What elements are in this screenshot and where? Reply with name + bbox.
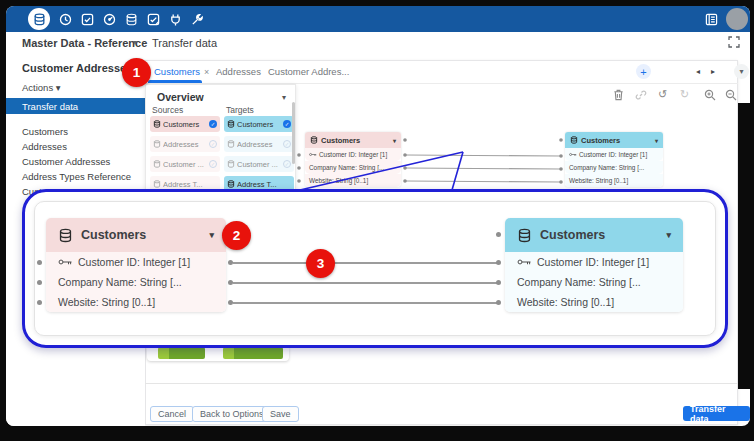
database-icon <box>227 140 235 148</box>
connector-dot[interactable] <box>37 300 42 305</box>
connector-dot[interactable] <box>496 300 501 305</box>
connector-dot[interactable] <box>496 280 501 285</box>
green-node-badge[interactable] <box>158 347 205 359</box>
undo-icon[interactable]: ↺ <box>656 88 669 101</box>
zoom-out-icon[interactable] <box>724 88 737 101</box>
overview-source-addresses[interactable]: Addresses✓ <box>150 136 220 152</box>
target-table-zoomed[interactable]: Customers ▾ Customer ID: Integer [1] Com… <box>505 218 683 312</box>
field-row-company-name[interactable]: Company Name: String [... <box>505 272 683 292</box>
overview-target-addresses[interactable]: Addresses✓ <box>224 136 294 152</box>
tab-menu-button[interactable]: ▾ <box>734 64 749 79</box>
chevron-down-icon[interactable]: ▾ <box>393 137 396 144</box>
key-icon <box>309 152 317 157</box>
database-icon <box>227 180 235 188</box>
breadcrumb-page: Transfer data <box>152 37 217 49</box>
overview-source-customer-addresses[interactable]: Customer ...✓ <box>150 156 220 172</box>
wrench-icon[interactable] <box>190 13 204 27</box>
sidebar-item-customer-addresses[interactable]: Customer Addresses <box>22 156 110 167</box>
save-button[interactable]: Save <box>262 406 299 422</box>
user-avatar[interactable] <box>726 8 748 30</box>
mapping-line[interactable] <box>233 262 497 264</box>
field-row[interactable]: Customer ID: Integer [1] <box>565 148 663 161</box>
sidebar-item-transfer-data[interactable]: Transfer data <box>6 98 145 114</box>
key-icon <box>517 258 532 266</box>
panel-list-icon[interactable] <box>704 13 718 27</box>
database-icon <box>153 140 161 148</box>
database-icon <box>33 13 46 26</box>
field-row[interactable]: Website: String [0..1] <box>305 174 401 187</box>
close-icon[interactable]: × <box>204 67 209 77</box>
chevron-down-icon[interactable]: ▾ <box>209 230 214 240</box>
step-badge-3: 3 <box>306 249 335 278</box>
check-square-icon[interactable] <box>80 13 94 27</box>
mapping-line[interactable] <box>233 302 497 304</box>
database-stack-icon[interactable] <box>124 13 138 27</box>
connector-dot[interactable] <box>496 232 501 237</box>
entity-title[interactable]: Customer Addresses <box>22 62 132 74</box>
mapping-line[interactable] <box>233 282 497 284</box>
redo-icon[interactable]: ↻ <box>678 88 691 101</box>
source-table-small[interactable]: Customers ▾ Customer ID: Integer [1] Com… <box>305 132 401 187</box>
delete-icon[interactable] <box>612 88 625 101</box>
target-table-small[interactable]: Customers ▾ Customer ID: Integer [1] Com… <box>565 132 663 187</box>
active-module-database-icon[interactable] <box>28 8 50 30</box>
link-icon[interactable] <box>634 88 647 101</box>
connector-dot[interactable] <box>37 260 42 265</box>
check-circle-icon: ✓ <box>209 120 217 128</box>
clock-icon[interactable] <box>58 13 72 27</box>
field-row-website[interactable]: Website: String [0..1] <box>46 292 226 312</box>
next-tab-icon[interactable]: ▸ <box>711 67 715 76</box>
gauge-icon[interactable] <box>102 13 116 27</box>
field-row-company-name[interactable]: Company Name: String [... <box>46 272 226 292</box>
field-row[interactable]: Website: String [0..1] <box>565 174 663 187</box>
database-icon <box>227 120 235 128</box>
actions-dropdown[interactable]: Actions ▾ <box>22 82 61 93</box>
zoom-in-icon[interactable] <box>703 88 716 101</box>
field-row-customer-id[interactable]: Customer ID: Integer [1] <box>505 252 683 272</box>
overview-target-customers[interactable]: Customers✓ <box>224 116 294 132</box>
field-row[interactable]: Customer ID: Integer [1] <box>305 148 401 161</box>
database-icon <box>153 180 161 188</box>
field-row-website[interactable]: Website: String [0..1] <box>505 292 683 312</box>
chevron-down-icon[interactable]: ▾ <box>133 38 137 47</box>
connector-dot[interactable] <box>496 260 501 265</box>
overview-scrollbar[interactable] <box>292 102 295 164</box>
field-row-customer-id[interactable]: Customer ID: Integer [1] <box>46 252 226 272</box>
connector-dot[interactable] <box>37 280 42 285</box>
sidebar-item-address-types-reference[interactable]: Address Types Reference <box>22 171 131 182</box>
chevron-down-icon[interactable]: ▾ <box>666 230 671 240</box>
transfer-data-button[interactable]: Transfer data <box>683 406 750 421</box>
back-to-options-button[interactable]: Back to Options <box>192 406 272 422</box>
add-tab-button[interactable]: + <box>636 64 651 79</box>
sidebar-item-customers[interactable]: Customers <box>22 126 68 137</box>
tab-customer-addresses[interactable]: Customer Addres... <box>268 66 349 77</box>
check-circle-icon: ✓ <box>209 140 217 148</box>
connector-dot[interactable] <box>228 280 233 285</box>
plug-icon[interactable] <box>168 13 182 27</box>
field-row[interactable]: Company Name: String [... <box>565 161 663 174</box>
task-edit-icon[interactable] <box>146 13 160 27</box>
app-window: Master Data - Reference ▾ Transfer data … <box>6 6 750 426</box>
tab-customers[interactable]: Customers× <box>154 66 209 77</box>
fullscreen-icon[interactable] <box>728 36 741 49</box>
overview-target-customer-addresses[interactable]: Customer ...✓ <box>224 156 294 172</box>
field-row[interactable]: Company Name: String [... <box>305 161 401 174</box>
chevron-down-icon[interactable]: ▾ <box>655 137 658 144</box>
canvas-right-cutoff <box>738 103 750 389</box>
collapse-caret-icon[interactable]: ▾ <box>282 93 286 102</box>
breadcrumb-section[interactable]: Master Data - Reference <box>22 37 147 49</box>
prev-tab-icon[interactable]: ◂ <box>696 67 700 76</box>
key-icon <box>569 152 577 157</box>
tab-addresses[interactable]: Addresses <box>216 66 261 77</box>
source-table-zoomed[interactable]: Customers ▾ Customer ID: Integer [1] Com… <box>46 218 226 312</box>
table-title: Customers <box>321 136 360 145</box>
connector-dot[interactable] <box>228 300 233 305</box>
cancel-button[interactable]: Cancel <box>150 406 194 422</box>
connector-dot[interactable] <box>228 260 233 265</box>
database-icon <box>570 136 578 144</box>
footer-divider <box>145 383 738 384</box>
green-node-badge[interactable] <box>223 347 283 359</box>
sidebar-item-addresses[interactable]: Addresses <box>22 141 67 152</box>
table-title: Customers <box>540 228 605 242</box>
overview-source-customers[interactable]: Customers✓ <box>150 116 220 132</box>
